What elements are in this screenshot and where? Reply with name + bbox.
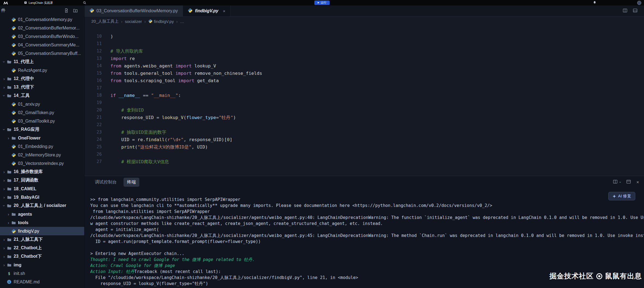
code-text: UID = re.findall(r"\d+", response_UID)[0… (110, 136, 232, 143)
split-terminal-icon[interactable] (613, 179, 618, 185)
search-icon[interactable] (83, 1, 86, 4)
editor-layout-icon[interactable] (633, 8, 637, 14)
tree-item-folder[interactable]: ›13_代理下 (0, 83, 84, 91)
chevron-right-icon: › (2, 263, 7, 267)
terminal-line: w agent constructor methods like create_… (90, 221, 644, 227)
tree-item-folder[interactable]: ›22_Chatbot上 (0, 244, 84, 252)
tree-item-folder[interactable]: ›img (0, 261, 84, 269)
code-line: 20 # 拿到UID (85, 106, 644, 114)
tab-bar-tabs: 03_ConversationBufferWindowMemory.pyfind… (85, 5, 231, 16)
tree-item-folder[interactable]: ›23_Chatbot下 (0, 252, 84, 261)
tree-item-folder[interactable]: ›12_代理中 (0, 75, 84, 83)
run-button[interactable]: ▶ 运行 (314, 1, 330, 5)
shell-script-icon: $ (7, 271, 12, 276)
python-file-icon (89, 8, 94, 14)
code-line: 10) (85, 33, 644, 40)
code-line: 26 (85, 151, 644, 158)
tree-item-file[interactable]: 03_GmailToolkit.py (0, 117, 84, 125)
line-number: 20 (85, 106, 102, 114)
line-number: 21 (85, 114, 102, 121)
tab-label: findbigV.py (195, 8, 218, 13)
tree-item-folder[interactable]: ›20_人脉工具上 / socializer (0, 201, 84, 210)
notifications-icon[interactable] (593, 0, 596, 5)
tree-item-folder[interactable]: ›15_RAG应用 (0, 125, 84, 134)
tree-item-folder[interactable]: ›OneFlower (0, 134, 84, 142)
tree-item-file[interactable]: iREADME.md (0, 278, 84, 286)
code-line: 27 # 根据UID爬取大V信息 (85, 158, 644, 165)
breadcrumb-item[interactable]: 20_人脉工具上 (91, 19, 119, 24)
chevron-right-icon: › (6, 212, 11, 216)
tree-item-file[interactable]: 02_InMemoryStore.py (0, 151, 84, 159)
juejin-logo-icon (596, 273, 602, 279)
ide-window: LangChain 实战课 ▶ 运行 件 (0, 0, 644, 288)
line-number: 26 (85, 151, 102, 158)
folder-icon (7, 77, 12, 81)
python-file-icon (11, 229, 16, 233)
tree-item-file[interactable]: 02_GmailToken.py (0, 108, 84, 117)
breadcrumb-item[interactable]: findbigV.py (148, 19, 174, 24)
tree-item-file[interactable]: requirements.txt (0, 286, 84, 288)
tree-item-file[interactable]: ReActAgent.py (0, 66, 84, 75)
close-tab-icon[interactable]: × (223, 9, 225, 13)
play-icon: ▶ (318, 2, 319, 4)
code-text: import re (110, 55, 135, 62)
tree-item-label: img (14, 263, 21, 268)
tree-item-folder[interactable]: ›19_BabyAGI (0, 193, 84, 201)
code-text: # 导入所取的库 (110, 47, 143, 55)
tree-item-label: ReActAgent.py (18, 68, 47, 73)
folder-icon (7, 263, 12, 267)
chevron-right-icon: › (2, 178, 7, 183)
tree-item-file[interactable]: 04_ConversationSummaryMe... (0, 41, 84, 49)
new-file-icon[interactable] (64, 8, 69, 13)
close-panel-icon[interactable]: × (636, 180, 639, 185)
tree-item-file[interactable]: 01_arxiv.py (0, 100, 84, 108)
tree-item-file[interactable]: 01_Embedding.py (0, 142, 84, 151)
tree-item-folder[interactable]: ›18_CAMEL (0, 185, 84, 193)
maximize-panel-icon[interactable] (626, 179, 631, 185)
code-text: print("这位鲜花大V的微博ID是", UID) (110, 143, 208, 151)
breadcrumb-item[interactable]: socializer (125, 19, 142, 24)
tree-item-folder[interactable]: ›tools (0, 218, 84, 227)
editor-tab[interactable]: 03_ConversationBufferWindowMemory.py (85, 5, 183, 16)
tree-item-label: 17_回调函数 (14, 177, 38, 183)
tree-item-label: 14_工具 (14, 93, 30, 99)
tree-item-file[interactable]: findbigV.py (0, 227, 84, 235)
user-avatar[interactable] (637, 1, 641, 5)
tree-item-file[interactable]: 01_ConversationMemory.py (0, 15, 84, 24)
chevron-down-icon[interactable]: › (618, 182, 622, 183)
line-number: 12 (85, 47, 102, 55)
breadcrumb-item[interactable]: … (180, 19, 184, 24)
tab-debug-console[interactable]: 调试控制台 (91, 178, 120, 187)
course-icon (24, 1, 27, 5)
tree-item-file[interactable]: 03_ConversationBufferWindo... (0, 32, 84, 41)
tree-item-folder[interactable]: ›21_人脉工具下 (0, 235, 84, 244)
course-title[interactable]: LangChain 实战课 (24, 1, 53, 5)
tree-item-folder[interactable]: ›16_操作数据库 (0, 168, 84, 176)
folder-icon (7, 85, 12, 90)
breadcrumb: 20_人脉工具上›socializer›findbigV.py›… (85, 17, 644, 26)
tree-item-file[interactable]: 03_VectorstoreIndex.py (0, 159, 84, 168)
code-line: 14from agents.weibo_agent import lookup_… (85, 62, 644, 70)
editor-tab[interactable]: findbigV.py× (183, 5, 230, 16)
file-explorer: 件 01_ConversationMemory.py02_Conversatio… (0, 5, 85, 288)
tab-terminal[interactable]: 终端 (124, 178, 139, 187)
ai-fix-button[interactable]: AI 修复 (608, 192, 635, 200)
tree-item-folder[interactable]: ›14_工具 (0, 91, 84, 100)
tree-item-file[interactable]: 05_ConversationSummaryBuff... (0, 49, 84, 58)
tree-item-file[interactable]: 02_ConversationBufferMemor... (0, 24, 84, 32)
code-line: 19 (85, 99, 644, 106)
run-button-label: 运行 (321, 1, 326, 5)
new-folder-icon[interactable] (73, 8, 78, 13)
tree-item-label: tools (18, 220, 28, 225)
tree-item-folder[interactable]: ›agents (0, 210, 84, 218)
code-editor[interactable]: 10)1112# 导入所取的库13import re14from agents.… (85, 26, 644, 176)
tree-item-file[interactable]: $init.sh (0, 269, 84, 278)
chevron-right-icon: › (2, 186, 7, 191)
code-text: from tools.scraping_tool import get_data (110, 77, 219, 84)
tree-item-folder[interactable]: ›11_代理上 (0, 58, 84, 66)
tree-item-folder[interactable]: ›17_回调函数 (0, 176, 84, 185)
code-line: 17 (85, 84, 644, 92)
app-logo-icon[interactable] (3, 1, 8, 5)
split-editor-icon[interactable] (623, 8, 627, 14)
python-file-icon (11, 51, 16, 56)
